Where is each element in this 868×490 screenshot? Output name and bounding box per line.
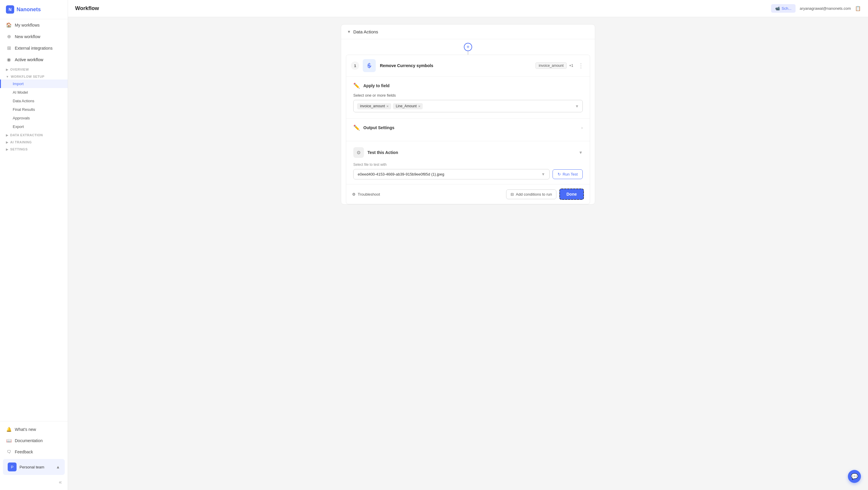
video-icon: 📹 — [775, 6, 780, 11]
action-title: Remove Currency symbols — [380, 63, 535, 68]
action-plus-badge: +1 — [569, 64, 573, 68]
output-settings-header[interactable]: ✏️ Output Settings › — [353, 124, 583, 131]
tag-select[interactable]: invoice_amount × Line_Amount × ▼ — [353, 100, 583, 112]
dollar-slash-icon: $̶ — [367, 62, 371, 69]
feedback-icon: 🗨 — [6, 449, 12, 454]
workflow-setup-label: WORKFLOW SETUP — [11, 75, 44, 78]
copy-icon[interactable]: 📋 — [855, 6, 861, 11]
overview-arrow: ▶ — [6, 68, 8, 71]
sidebar-item-external-integrations[interactable]: ⊞ External integrations — [0, 42, 68, 54]
add-connector — [468, 51, 468, 55]
sidebar-item-feedback[interactable]: 🗨 Feedback — [0, 446, 68, 457]
section-overview[interactable]: ▶ OVERVIEW — [0, 65, 68, 72]
run-test-label: Run Test — [563, 172, 578, 176]
action-card-header: 1 $̶ Remove Currency symbols invoice_amo… — [346, 55, 590, 76]
sidebar-item-approvals[interactable]: Approvals — [0, 114, 68, 122]
personal-team-chevron-icon: ▲ — [56, 465, 60, 469]
add-action-row: + — [341, 39, 595, 51]
main-content: Workflow 📹 Sch... aryanagrawal@nanonets.… — [68, 0, 868, 490]
chat-icon: 💬 — [851, 473, 858, 480]
overview-label: OVERVIEW — [10, 68, 29, 71]
sidebar-item-active-workflow[interactable]: ◉ Active workflow — [0, 54, 68, 65]
sidebar-item-my-workflows[interactable]: 🏠 My workflows — [0, 19, 68, 31]
tag-select-arrow-icon: ▼ — [575, 104, 579, 108]
settings-label: SETTINGS — [10, 148, 28, 151]
action-bottom-bar: ⚙ Troubleshoot ⊟ Add conditions to run D… — [346, 184, 590, 204]
panel-header-chevron-icon: ▼ — [347, 30, 351, 34]
test-file-row: e0eed400-4153-4669-ab39-915b9ee0f85d (1)… — [353, 169, 583, 179]
run-test-button[interactable]: ↻ Run Test — [553, 169, 583, 179]
apply-to-field-section: ✏️ Apply to field Select one or more fie… — [346, 76, 590, 119]
grid-icon: ⊞ — [6, 45, 12, 51]
feedback-label: Feedback — [15, 450, 33, 454]
sidebar-bottom: 🔔 What's new 📖 Documentation 🗨 Feedback … — [0, 421, 68, 490]
sidebar-item-documentation[interactable]: 📖 Documentation — [0, 435, 68, 446]
output-settings-section: ✏️ Output Settings › — [346, 119, 590, 141]
section-workflow-setup[interactable]: ▼ WORKFLOW SETUP — [0, 72, 68, 79]
approvals-label: Approvals — [13, 116, 30, 120]
sidebar-item-ai-model[interactable]: AI Model — [0, 88, 68, 97]
plus-icon: ⊕ — [6, 34, 12, 39]
troubleshoot-icon: ⚙ — [352, 192, 355, 197]
action-number: 1 — [351, 62, 359, 70]
tag-remove-invoice[interactable]: × — [386, 104, 389, 108]
apply-to-field-header: ✏️ Apply to field — [353, 83, 583, 89]
personal-team-label: Personal team — [20, 465, 44, 469]
logo-icon: N — [6, 5, 14, 13]
test-action-body: Select file to test with e0eed400-4153-4… — [353, 163, 583, 179]
sidebar-item-import[interactable]: Import — [0, 79, 68, 88]
panel-header[interactable]: ▼ Data Actions — [341, 25, 595, 39]
schedule-button[interactable]: 📹 Sch... — [771, 4, 796, 13]
action-icon-box: $̶ — [363, 59, 376, 72]
section-settings[interactable]: ▶ SETTINGS — [0, 145, 68, 152]
topbar: Workflow 📹 Sch... aryanagrawal@nanonets.… — [68, 0, 868, 17]
sidebar-item-export[interactable]: Export — [0, 122, 68, 131]
file-select[interactable]: e0eed400-4153-4669-ab39-915b9ee0f85d (1)… — [353, 169, 550, 179]
done-button[interactable]: Done — [559, 189, 584, 200]
sidebar-item-final-results[interactable]: Final Results — [0, 105, 68, 114]
panel-header-title: Data Actions — [353, 29, 378, 34]
ai-training-label: AI TRAINING — [10, 140, 32, 144]
sidebar-item-data-actions[interactable]: Data Actions — [0, 97, 68, 105]
sidebar-item-new-workflow[interactable]: ⊕ New workflow — [0, 31, 68, 42]
action-badge: invoice_amount — [535, 62, 567, 69]
chat-bubble-button[interactable]: 💬 — [848, 470, 861, 483]
page-title: Workflow — [75, 5, 99, 11]
filter-icon: ⊟ — [510, 192, 514, 197]
final-results-label: Final Results — [13, 107, 35, 112]
file-select-arrow-icon: ▼ — [541, 172, 545, 176]
test-action-header: ⚙ Test this Action ▼ — [353, 147, 583, 158]
section-ai-training[interactable]: ▶ AI TRAINING — [0, 138, 68, 145]
active-icon: ◉ — [6, 57, 12, 62]
add-conditions-button[interactable]: ⊟ Add conditions to run — [506, 190, 556, 199]
test-action-chevron-icon[interactable]: ▼ — [579, 150, 583, 155]
pencil-icon: ✏️ — [353, 83, 360, 89]
data-extraction-label: DATA EXTRACTION — [10, 133, 43, 137]
troubleshoot-button[interactable]: ⚙ Troubleshoot — [352, 192, 380, 197]
ai-model-label: AI Model — [13, 90, 28, 95]
output-settings-chevron-icon: › — [581, 125, 583, 130]
whats-new-label: What's new — [15, 427, 36, 432]
sidebar: N Nanonets 🏠 My workflows ⊕ New workflow… — [0, 0, 68, 490]
tag-label: invoice_amount — [360, 104, 385, 108]
book-icon: 📖 — [6, 438, 12, 443]
tag-remove-line-amount[interactable]: × — [418, 104, 421, 108]
personal-team[interactable]: P Personal team ▲ — [3, 459, 65, 475]
nav-label-new-workflow: New workflow — [15, 34, 40, 39]
export-label: Export — [13, 124, 24, 129]
sidebar-item-whats-new[interactable]: 🔔 What's new — [0, 424, 68, 435]
sidebar-collapse-button[interactable]: « — [0, 477, 68, 488]
topbar-right: 📹 Sch... aryanagrawal@nanonets.com 📋 — [771, 4, 861, 13]
refresh-icon: ↻ — [558, 172, 561, 176]
nav-label-active-workflow: Active workflow — [15, 57, 43, 62]
add-action-button[interactable]: + — [464, 43, 472, 51]
workflow-setup-arrow: ▼ — [6, 75, 9, 78]
troubleshoot-label: Troubleshoot — [358, 192, 380, 197]
personal-team-left: P Personal team — [8, 462, 44, 471]
tag-label: Line_Amount — [396, 104, 417, 108]
nav-label-my-workflows: My workflows — [15, 23, 40, 28]
action-more-button[interactable]: ⋮ — [577, 62, 585, 69]
section-data-extraction[interactable]: ▶ DATA EXTRACTION — [0, 131, 68, 138]
documentation-label: Documentation — [15, 438, 42, 443]
action-card: 1 $̶ Remove Currency symbols invoice_amo… — [346, 55, 590, 204]
